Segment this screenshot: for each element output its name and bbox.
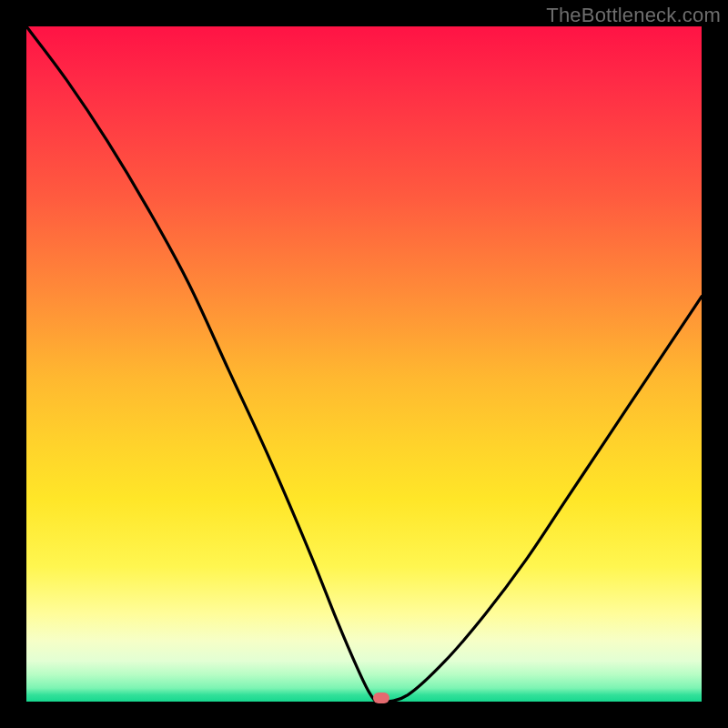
plot-area <box>26 26 702 702</box>
bottleneck-curve <box>26 26 702 702</box>
optimum-marker <box>373 693 389 703</box>
chart-frame: TheBottleneck.com <box>0 0 728 728</box>
watermark-text: TheBottleneck.com <box>546 4 721 27</box>
